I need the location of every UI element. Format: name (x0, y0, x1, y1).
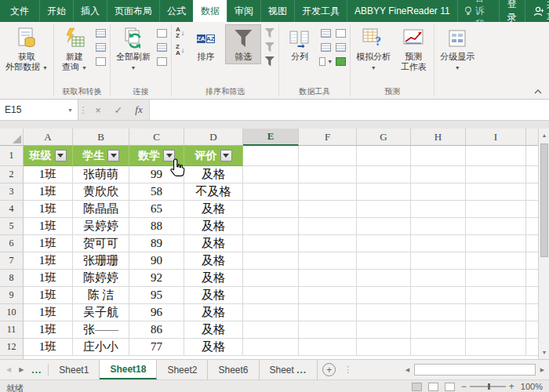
manage-data-model-icon[interactable] (334, 56, 347, 67)
cell[interactable]: 95 (129, 287, 184, 304)
cell[interactable] (243, 321, 299, 339)
cell[interactable] (299, 287, 357, 304)
cell[interactable] (299, 166, 357, 183)
cell[interactable] (411, 339, 466, 356)
cell[interactable]: 77 (129, 339, 184, 356)
sheet-nav-right-icon[interactable]: ▶ (19, 366, 24, 373)
cell[interactable]: 1班 (24, 287, 73, 304)
column-header-f[interactable]: F (299, 129, 357, 146)
cell[interactable]: 陈晶晶 (73, 201, 129, 218)
row-header[interactable]: 12 (0, 339, 24, 356)
header-cell-class[interactable]: 班级 (24, 146, 73, 166)
cell[interactable]: 及格 (184, 166, 243, 183)
cell[interactable] (243, 218, 299, 235)
cell[interactable] (466, 270, 526, 287)
text-to-columns-button[interactable]: 分列 (282, 24, 318, 64)
cell[interactable] (243, 287, 299, 304)
cell[interactable] (466, 166, 526, 183)
advanced-filter-icon[interactable] (263, 56, 276, 67)
scroll-down-button[interactable]: ▼ (540, 347, 549, 358)
filter-dropdown-class[interactable] (55, 150, 67, 162)
get-external-data-button[interactable]: 获取 外部数据 ▼ (2, 24, 51, 75)
cell[interactable] (357, 339, 411, 356)
cell[interactable]: 99 (129, 166, 184, 183)
tab-data[interactable]: 数据 (193, 0, 227, 22)
cell[interactable]: 86 (129, 321, 184, 339)
row-header[interactable]: 10 (0, 304, 24, 321)
row-header[interactable]: 8 (0, 270, 24, 287)
cell[interactable] (299, 304, 357, 321)
show-queries-icon[interactable] (94, 27, 107, 38)
tab-file[interactable]: 文件 (0, 0, 39, 22)
scroll-up-button[interactable]: ▲ (540, 129, 549, 141)
sheet-tab-sheet18[interactable]: Sheet18 (100, 360, 157, 379)
collapse-ribbon-button[interactable] (533, 89, 543, 95)
cell[interactable]: 张萌萌 (73, 166, 129, 183)
remove-duplicates-icon[interactable] (319, 42, 333, 53)
cell[interactable] (411, 252, 466, 270)
cell[interactable] (299, 183, 357, 201)
properties-icon[interactable] (155, 42, 169, 53)
cell[interactable] (526, 252, 538, 270)
cell[interactable] (466, 146, 526, 166)
cell[interactable] (526, 304, 538, 321)
cell[interactable]: 1班 (24, 201, 73, 218)
cell[interactable] (411, 304, 466, 321)
relationships-icon[interactable] (334, 42, 347, 53)
select-all-button[interactable] (0, 129, 24, 146)
column-header-h[interactable]: H (411, 129, 466, 146)
row-header[interactable]: 3 (0, 183, 24, 201)
cell[interactable]: 贺可可 (73, 235, 129, 252)
cell[interactable] (299, 270, 357, 287)
cell[interactable]: 1班 (24, 270, 73, 287)
tab-formulas[interactable]: 公式 (159, 0, 193, 22)
cell[interactable] (411, 146, 466, 166)
cell[interactable]: 吴子航 (73, 304, 129, 321)
cell[interactable] (243, 270, 299, 287)
cell[interactable] (526, 287, 538, 304)
cell[interactable] (243, 252, 299, 270)
cell[interactable]: 张—— (73, 321, 129, 339)
cell[interactable] (526, 218, 538, 235)
tell-me-box[interactable]: 告诉我... (457, 0, 499, 22)
cell[interactable] (411, 287, 466, 304)
cell[interactable] (243, 146, 299, 166)
cell[interactable] (526, 270, 538, 287)
clear-filter-icon[interactable] (263, 27, 276, 38)
cell[interactable]: 1班 (24, 218, 73, 235)
cell[interactable] (299, 146, 357, 166)
cell[interactable]: 不及格 (184, 183, 243, 201)
name-box[interactable]: E15 ▼ (0, 100, 78, 120)
name-box-dropdown-icon[interactable]: ▼ (67, 107, 73, 113)
cell[interactable] (299, 201, 357, 218)
cell[interactable]: 及格 (184, 218, 243, 235)
cell[interactable]: 及格 (184, 270, 243, 287)
cell[interactable]: 陈婷婷 (73, 270, 129, 287)
from-table-icon[interactable] (94, 42, 107, 53)
scroll-right-button[interactable]: ▶ (537, 364, 547, 376)
cell[interactable] (466, 252, 526, 270)
recent-sources-icon[interactable] (94, 56, 107, 67)
view-page-layout-button[interactable] (428, 383, 438, 391)
cell[interactable]: 58 (129, 183, 184, 201)
cell[interactable] (243, 235, 299, 252)
forecast-sheet-button[interactable]: 预测 工作表 (395, 24, 431, 74)
cell[interactable]: 黄欣欣 (73, 183, 129, 201)
cell[interactable]: 庄小小 (73, 339, 129, 356)
cell[interactable]: 88 (129, 218, 184, 235)
cell[interactable]: 92 (129, 270, 184, 287)
scroll-left-button[interactable]: ◀ (402, 364, 413, 376)
row-header[interactable]: 9 (0, 287, 24, 304)
zoom-in-button[interactable]: + (509, 383, 514, 390)
column-header-b[interactable]: B (73, 129, 129, 146)
horizontal-scroll-thumb[interactable] (414, 364, 536, 376)
cell[interactable]: 1班 (24, 252, 73, 270)
cell[interactable] (299, 339, 357, 356)
cell[interactable] (357, 287, 411, 304)
cell[interactable]: 及格 (184, 304, 243, 321)
connections-icon[interactable] (155, 27, 169, 38)
cell[interactable] (357, 166, 411, 183)
cell[interactable] (526, 339, 538, 356)
cell[interactable]: 1班 (24, 321, 73, 339)
cell[interactable] (357, 146, 411, 166)
